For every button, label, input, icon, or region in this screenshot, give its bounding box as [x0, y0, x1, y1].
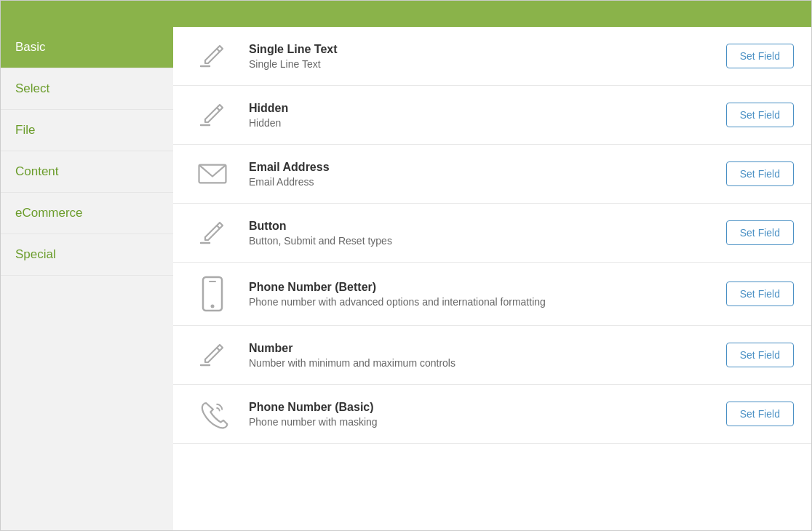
sidebar-item-special[interactable]: Special — [1, 234, 173, 276]
field-desc-phone-number-better: Phone number with advanced options and i… — [249, 296, 712, 308]
field-info-phone-number-better: Phone Number (Better)Phone number with a… — [249, 281, 712, 308]
field-desc-phone-number-basic: Phone number with masking — [249, 416, 712, 428]
field-desc-email-address: Email Address — [249, 176, 712, 188]
field-desc-hidden: Hidden — [249, 117, 712, 129]
fields-list: Single Line TextSingle Line TextSet Fiel… — [173, 27, 811, 530]
fields-modal: BasicSelectFileContenteCommerceSpecial S… — [0, 0, 812, 531]
pencil-icon — [191, 339, 234, 371]
pencil-icon — [191, 99, 234, 131]
field-row-number: NumberNumber with minimum and maximum co… — [173, 326, 811, 385]
set-field-button-phone-number-better[interactable]: Set Field — [726, 282, 794, 306]
sidebar: BasicSelectFileContenteCommerceSpecial — [1, 27, 173, 530]
set-field-button-hidden[interactable]: Set Field — [726, 103, 794, 127]
field-info-single-line-text: Single Line TextSingle Line Text — [249, 43, 712, 70]
field-row-phone-number-basic: Phone Number (Basic)Phone number with ma… — [173, 385, 811, 444]
field-name-button: Button — [249, 220, 712, 233]
field-row-phone-number-better: Phone Number (Better)Phone number with a… — [173, 263, 811, 326]
field-desc-single-line-text: Single Line Text — [249, 58, 712, 70]
svg-point-6 — [211, 305, 215, 308]
modal-body: BasicSelectFileContenteCommerceSpecial S… — [1, 27, 811, 530]
field-name-email-address: Email Address — [249, 161, 712, 174]
field-row-single-line-text: Single Line TextSingle Line TextSet Fiel… — [173, 27, 811, 86]
set-field-button-button[interactable]: Set Field — [726, 220, 794, 245]
email-icon — [191, 158, 234, 190]
field-info-hidden: HiddenHidden — [249, 102, 712, 129]
phone-icon — [191, 398, 234, 430]
field-info-number: NumberNumber with minimum and maximum co… — [249, 342, 712, 369]
field-name-single-line-text: Single Line Text — [249, 43, 712, 56]
close-button[interactable] — [788, 12, 797, 15]
set-field-button-email-address[interactable]: Set Field — [726, 161, 794, 186]
mobile-icon — [191, 276, 234, 312]
sidebar-item-file[interactable]: File — [1, 110, 173, 151]
field-info-email-address: Email AddressEmail Address — [249, 161, 712, 188]
field-name-phone-number-basic: Phone Number (Basic) — [249, 401, 712, 414]
modal-header — [1, 1, 811, 27]
field-row-email-address: Email AddressEmail AddressSet Field — [173, 145, 811, 204]
field-name-phone-number-better: Phone Number (Better) — [249, 281, 712, 294]
sidebar-item-content[interactable]: Content — [1, 151, 173, 193]
field-info-phone-number-basic: Phone Number (Basic)Phone number with ma… — [249, 401, 712, 428]
sidebar-item-basic[interactable]: Basic — [1, 27, 173, 68]
field-desc-button: Button, Submit and Reset types — [249, 235, 712, 247]
pencil-icon — [191, 40, 234, 72]
set-field-button-phone-number-basic[interactable]: Set Field — [726, 402, 794, 426]
field-name-hidden: Hidden — [249, 102, 712, 115]
set-field-button-number[interactable]: Set Field — [726, 343, 794, 367]
field-row-button: ButtonButton, Submit and Reset typesSet … — [173, 204, 811, 263]
sidebar-item-select[interactable]: Select — [1, 68, 173, 110]
field-row-hidden: HiddenHiddenSet Field — [173, 86, 811, 145]
field-desc-number: Number with minimum and maximum controls — [249, 357, 712, 369]
field-name-number: Number — [249, 342, 712, 355]
set-field-button-single-line-text[interactable]: Set Field — [726, 44, 794, 68]
pencil-icon — [191, 217, 234, 249]
sidebar-item-ecommerce[interactable]: eCommerce — [1, 193, 173, 234]
field-info-button: ButtonButton, Submit and Reset types — [249, 220, 712, 247]
